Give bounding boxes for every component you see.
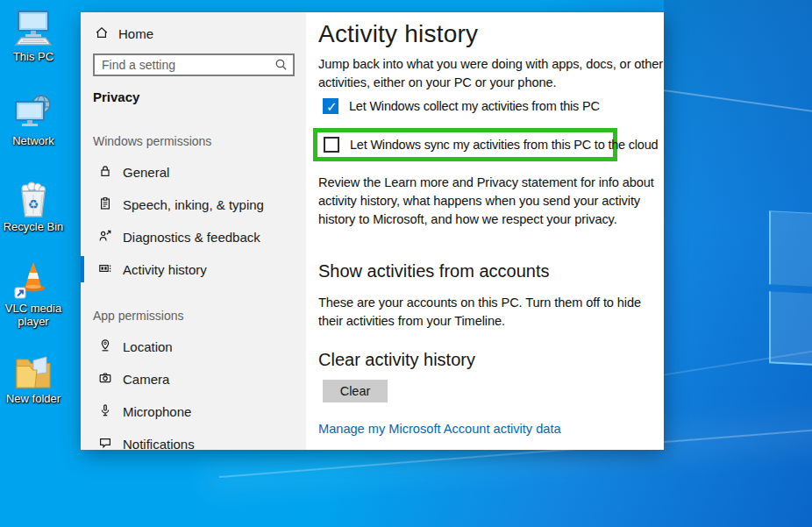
settings-search xyxy=(93,53,295,76)
sidebar-item-home[interactable]: Home xyxy=(81,19,306,47)
group-label-windows-permissions: Windows permissions xyxy=(93,134,211,148)
checkbox-label: Let Windows collect my activities from t… xyxy=(349,99,600,113)
clear-heading: Clear activity history xyxy=(318,350,475,370)
checkbox-checked-icon[interactable] xyxy=(323,98,338,114)
home-label: Home xyxy=(118,26,153,41)
review-text: Review the Learn more and Privacy statem… xyxy=(318,174,669,229)
accounts-text: These are your accounts on this PC. Turn… xyxy=(318,294,667,331)
settings-content: Activity history Jump back into what you… xyxy=(306,12,664,450)
desktop: This PC Network ♻ xyxy=(0,0,812,527)
search-icon[interactable] xyxy=(274,58,288,75)
checkbox-label: Let Windows sync my activities from this… xyxy=(350,138,658,152)
sidebar-item-camera[interactable]: Camera xyxy=(81,363,306,395)
desktop-icon-recycle-bin[interactable]: ♻ Recycle Bin xyxy=(1,179,66,233)
checkbox-collect-activities[interactable]: Let Windows collect my activities from t… xyxy=(323,98,600,114)
sidebar-item-label: Location xyxy=(123,339,173,354)
diagnostics-icon xyxy=(98,229,112,246)
sidebar-item-notifications[interactable]: Notifications xyxy=(81,428,306,459)
sidebar-item-label: Activity history xyxy=(123,262,207,277)
search-input[interactable] xyxy=(95,55,293,75)
folder-icon xyxy=(1,351,66,391)
page-title: Activity history xyxy=(318,20,478,48)
microphone-icon xyxy=(98,403,112,420)
sidebar-item-microphone[interactable]: Microphone xyxy=(81,395,306,427)
network-icon xyxy=(1,93,66,133)
wallpaper-shade xyxy=(664,0,812,228)
manage-account-link[interactable]: Manage my Microsoft Account activity dat… xyxy=(318,422,561,436)
home-icon xyxy=(95,25,109,42)
sidebar-item-label: Diagnostics & feedback xyxy=(123,230,260,245)
notifications-icon xyxy=(98,436,112,452)
windows-logo-pane xyxy=(769,291,812,367)
svg-text:♻: ♻ xyxy=(28,197,39,211)
this-pc-icon xyxy=(1,9,66,49)
desktop-icon-this-pc[interactable]: This PC xyxy=(1,9,66,63)
intro-text: Jump back into what you were doing with … xyxy=(318,55,667,92)
desktop-icon-new-folder[interactable]: New folder xyxy=(1,351,66,405)
settings-window: Home Privacy Windows permissions General xyxy=(81,12,664,450)
annotation-highlight-box: Let Windows sync my activities from this… xyxy=(313,128,617,161)
lock-icon xyxy=(98,164,112,181)
sidebar-item-diagnostics[interactable]: Diagnostics & feedback xyxy=(81,221,306,253)
sidebar-item-label: Camera xyxy=(123,372,169,387)
settings-sidebar: Home Privacy Windows permissions General xyxy=(81,12,306,450)
sidebar-item-general[interactable]: General xyxy=(81,156,306,188)
sidebar-item-speech[interactable]: Speech, inking, & typing xyxy=(81,189,306,220)
recycle-bin-icon: ♻ xyxy=(1,179,66,219)
sidebar-item-label: Speech, inking, & typing xyxy=(123,197,264,212)
sidebar-item-location[interactable]: Location xyxy=(81,331,306,362)
sidebar-section-title: Privacy xyxy=(93,89,139,104)
camera-icon xyxy=(98,371,112,388)
sidebar-item-label: Microphone xyxy=(123,404,191,419)
checkbox-unchecked-icon[interactable] xyxy=(324,137,339,153)
group-label-app-permissions: App permissions xyxy=(93,309,184,323)
desktop-icon-vlc[interactable]: VLC media player xyxy=(1,259,66,328)
desktop-icon-label: Network xyxy=(1,134,66,147)
location-icon xyxy=(98,338,112,355)
accounts-heading: Show activities from accounts xyxy=(318,261,549,281)
windows-logo-pane xyxy=(769,210,812,288)
activity-history-icon xyxy=(98,261,112,278)
checkbox-sync-activities[interactable]: Let Windows sync my activities from this… xyxy=(317,137,658,153)
desktop-icon-label: This PC xyxy=(1,50,66,63)
clear-button[interactable]: Clear xyxy=(323,380,388,402)
desktop-icon-label: Recycle Bin xyxy=(1,220,66,233)
clipboard-icon xyxy=(98,196,112,213)
sidebar-item-label: Notifications xyxy=(123,437,195,452)
desktop-icon-network[interactable]: Network xyxy=(1,93,66,147)
sidebar-item-label: General xyxy=(123,165,169,180)
sidebar-item-activity-history[interactable]: Activity history xyxy=(81,253,306,285)
desktop-icon-label: VLC media player xyxy=(1,302,66,328)
vlc-icon xyxy=(1,259,66,301)
desktop-icon-label: New folder xyxy=(1,392,66,405)
